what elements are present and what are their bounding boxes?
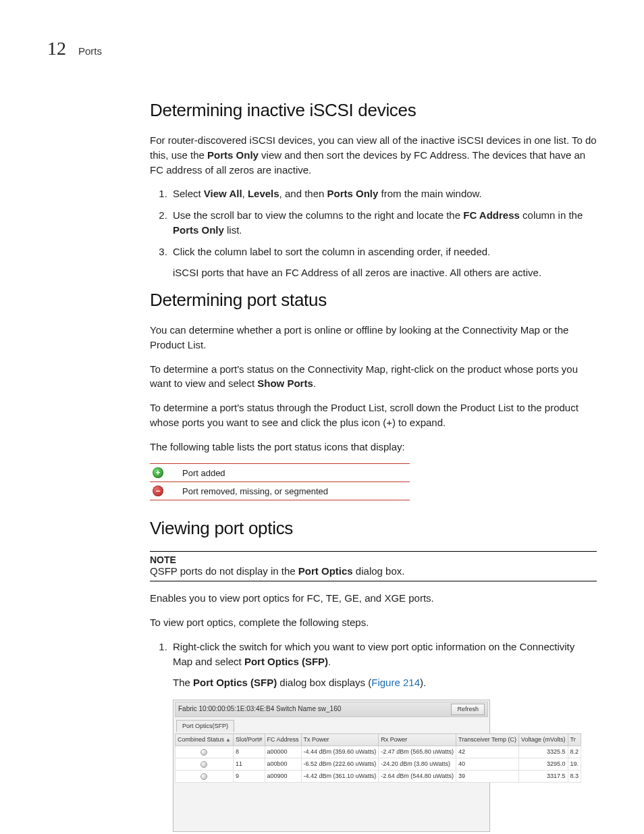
tab-port-optics[interactable]: Port Optics(SFP) <box>176 720 234 732</box>
chapter-number: 12 <box>47 38 66 59</box>
port-optics-screenshot: Fabric 10:00:00:05:1E:03:4E:B4 Switch Na… <box>173 700 490 832</box>
steps-list: Right-click the switch for which you wan… <box>150 640 597 834</box>
body-text: To view port optics, complete the follow… <box>150 615 597 630</box>
col-combined-status[interactable]: Combined Status▲ <box>176 734 234 746</box>
port-optics-grid: Combined Status▲ Slot/Port# FC Address T… <box>175 733 581 783</box>
body-text: The following table lists the port statu… <box>150 440 597 454</box>
sort-asc-icon: ▲ <box>225 737 231 743</box>
col-truncated[interactable]: Tr <box>568 734 581 746</box>
step-subnote: iSCSI ports that have an FC Address of a… <box>173 265 597 280</box>
screenshot-header: Fabric 10:00:00:05:1E:03:4E:B4 Switch Na… <box>178 704 341 714</box>
body-text: Enables you to view port optics for FC, … <box>150 591 597 606</box>
body-text: To determine a port's status on the Conn… <box>150 362 597 392</box>
heading-port-optics: Viewing port optics <box>150 518 597 539</box>
status-led-icon <box>200 761 207 768</box>
heading-inactive-iscsi: Determining inactive iSCSI devices <box>150 100 597 121</box>
table-row: − Port removed, missing, or segmented <box>150 482 410 500</box>
list-item: Click the column label to sort the colum… <box>170 244 597 281</box>
plus-icon: + <box>153 467 163 478</box>
status-led-icon <box>200 749 207 756</box>
body-text: You can determine whether a port is onli… <box>150 323 597 353</box>
body-text: To determine a port's status through the… <box>150 400 597 430</box>
minus-icon: − <box>153 486 163 496</box>
step-subnote: The Port Optics (SFP) dialog box display… <box>173 675 597 690</box>
running-header: 12 Ports <box>47 38 597 59</box>
chapter-title: Ports <box>78 45 102 57</box>
refresh-button[interactable]: Refresh <box>451 704 485 715</box>
intro-paragraph: For router-discovered iSCSI devices, you… <box>150 133 597 177</box>
steps-list: Select View All, Levels, and then Ports … <box>150 186 597 280</box>
note-block: NOTE QSFP ports do not display in the Po… <box>150 551 597 581</box>
col-rx-power[interactable]: Rx Power <box>379 734 456 746</box>
table-row[interactable]: 8a00000-4.44 dBm (359.60 uWatts)-2.47 dB… <box>176 746 581 758</box>
col-fc-address[interactable]: FC Address <box>265 734 301 746</box>
status-label: Port added <box>178 464 410 482</box>
col-slot-port[interactable]: Slot/Port# <box>233 734 265 746</box>
note-body: QSFP ports do not display in the Port Op… <box>150 565 597 577</box>
col-temp[interactable]: Transceiver Temp (C) <box>456 734 518 746</box>
status-led-icon <box>200 773 207 780</box>
table-row: + Port added <box>150 464 410 482</box>
status-label: Port removed, missing, or segmented <box>178 482 410 500</box>
figure-link[interactable]: Figure 214 <box>371 677 420 688</box>
table-row[interactable]: 9a00900-4.42 dBm (361.10 uWatts)-2.64 dB… <box>176 771 581 783</box>
port-status-table: + Port added − Port removed, missing, or… <box>150 463 410 500</box>
heading-port-status: Determining port status <box>150 290 597 311</box>
col-voltage[interactable]: Voltage (mVolts) <box>519 734 568 746</box>
note-label: NOTE <box>150 554 597 565</box>
col-tx-power[interactable]: Tx Power <box>301 734 379 746</box>
list-item: Right-click the switch for which you wan… <box>170 640 597 834</box>
list-item: Select View All, Levels, and then Ports … <box>170 186 597 201</box>
list-item: Use the scroll bar to view the columns t… <box>170 208 597 238</box>
table-row[interactable]: 11a00b00-6.52 dBm (222.60 uWatts)-24.20 … <box>176 758 581 771</box>
